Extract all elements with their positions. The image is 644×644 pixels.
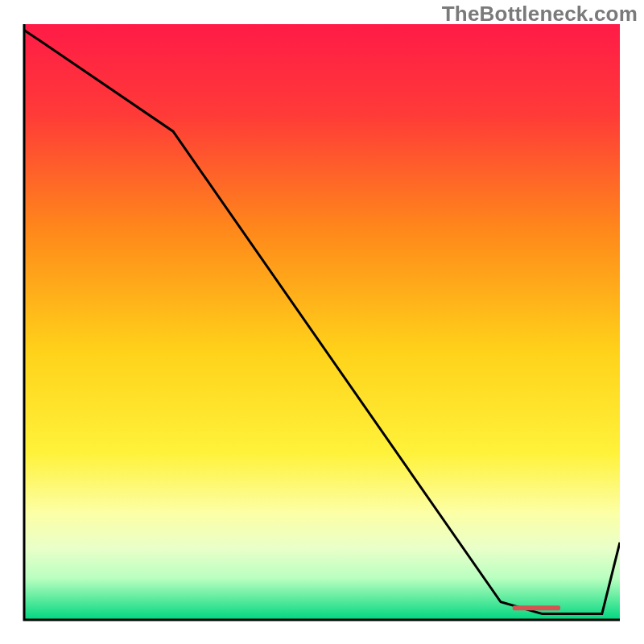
watermark-label: TheBottleneck.com bbox=[442, 2, 638, 27]
plot-background bbox=[24, 24, 620, 620]
chart-svg bbox=[0, 0, 644, 644]
chart-figure: TheBottleneck.com bbox=[0, 0, 644, 644]
optimal-highlight-marker bbox=[513, 605, 560, 610]
